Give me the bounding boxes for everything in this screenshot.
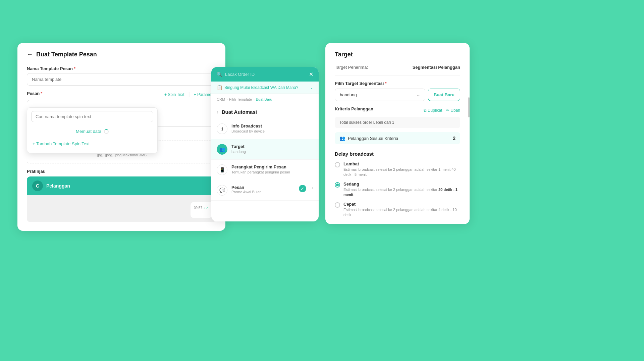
automasi-item-info[interactable]: ℹ Info Broadcast Broadcast by device [211,119,319,139]
search-icon: 🔍 [217,72,222,77]
select-row: bandung ⌄ Buat Baru [335,89,460,101]
breadcrumb: CRM › Pilih Template › Buat Baru [211,94,319,105]
target-icon: 👥 [217,144,227,155]
delay-title: Delay broadcast [335,151,460,157]
pesan-icon: 💬 [217,185,227,196]
kriteria-actions: ⧉ Duplikat ✏ Ubah [424,108,460,113]
panel1-title: Buat Template Pesan [36,51,97,58]
template-pesan-panel: ← Buat Template Pesan Nama Template Pesa… [17,43,225,231]
perangkat-name: Perangkat Pengirim Pesan [231,164,313,169]
pelanggan-result: 👥 Pelanggan Sesuai Kriteria 2 [335,132,460,144]
pesan-item-sub: Promo Awal Bulan [231,190,295,194]
ubah-button[interactable]: ✏ Ubah [446,108,460,113]
kriteria-section: Kriteria Pelanggan ⧉ Duplikat ✏ Ubah Tot… [335,106,460,128]
pilih-target-label: Pilih Target Segmentasi * [335,81,460,86]
chat-header-bar: C Pelanggan [27,176,216,195]
chat-bubble: 09:57 ✓✓ [191,202,212,218]
nama-template-label: Nama Template Pesan * [27,66,216,71]
kriteria-label: Kriteria Pelanggan [335,106,373,111]
radio-lambat-desc: Estimasi broadcast selesai ke 2 pelangga… [343,167,460,177]
pesan-label: Pesan * [27,91,42,96]
chat-avatar: C [32,180,43,191]
panel2-title-row: ‹ Buat Automasi [211,105,319,119]
pratinjau-label: Pratinjau [27,169,216,174]
buat-automasi-panel: 🔍 Lacak Order ID ✕ 📋 Bingung Mulai Broad… [211,67,319,221]
back-header: ← Buat Template Pesan [27,51,216,58]
delay-lambat[interactable]: Lambat Estimasi broadcast selesai ke 2 p… [335,161,460,177]
back-arrow-icon[interactable]: ← [27,51,33,58]
target-select[interactable]: bandung ⌄ [335,89,425,101]
pelanggan-count: 2 [453,136,455,141]
radio-cepat-label: Cepat [343,202,460,207]
radio-sedang-label: Sedang [343,182,460,187]
select-chevron-icon: ⌄ [417,92,420,97]
spin-search-input[interactable] [31,111,153,122]
nama-template-input[interactable] [27,73,216,86]
target-name: Target [231,144,313,149]
banner-text: 📋 Bingung Mulai Broadcast WA Dari Mana? [217,85,298,90]
kriteria-header: Kriteria Pelanggan ⧉ Duplikat ✏ Ubah [335,106,460,114]
banner-chevron-icon: ⌄ [310,85,313,90]
automasi-item-perangkat[interactable]: 📱 Perangkat Pengirim Pesan Tentukan pera… [211,160,319,180]
delay-radio-group: Lambat Estimasi broadcast selesai ke 2 p… [335,161,460,217]
automasi-item-target[interactable]: 👥 Target bandung [211,139,319,160]
chat-body: 09:57 ✓✓ [27,195,216,222]
panel2-title: Buat Automasi [222,109,257,115]
kriteria-box: Total sukses order Lebih dari 1 [335,117,460,128]
nama-template-group: Nama Template Pesan * [27,66,216,86]
chat-time: 09:57 ✓✓ [194,206,209,210]
perangkat-icon: 📱 [217,164,227,175]
edit-icon: ✏ [446,108,449,113]
info-broadcast-sub: Broadcast by device [231,129,313,133]
automasi-item-pesan[interactable]: 💬 Pesan Promo Awal Bulan ✓ › [211,180,319,201]
info-broadcast-name: Info Broadcast [231,123,313,128]
pratinjau-section: Pratinjau C Pelanggan 09:57 ✓✓ [27,169,216,222]
spin-text-button[interactable]: + Spin Text [164,92,184,97]
target-penerima-value: Segmentasi Pelanggan [413,65,460,70]
panel2-banner[interactable]: 📋 Bingung Mulai Broadcast WA Dari Mana? … [211,82,319,94]
pelanggan-icon: 👥 [339,136,345,141]
target-penerima-row: Target Penerima: Segmentasi Pelanggan [335,65,460,75]
image-upload-hint: .jpg, .jpeg, .png Maksimal 3MB [33,153,210,157]
pesan-chevron-icon: › [312,185,313,191]
radio-sedang-circle [335,182,340,188]
search-placeholder: Lacak Order ID [225,72,255,77]
delay-cepat[interactable]: Cepat Estimasi broadcast selesai ke 2 pe… [335,202,460,218]
pesan-done-check: ✓ [299,185,306,192]
duplikat-button[interactable]: ⧉ Duplikat [424,108,442,113]
pilih-target-section: Pilih Target Segmentasi * bandung ⌄ Buat… [335,81,460,101]
target-sub: bandung [231,150,313,154]
panel2-back-icon[interactable]: ‹ [217,109,218,115]
spin-loader-icon [104,129,109,134]
radio-cepat-desc: Estimasi broadcast selesai ke 2 pelangga… [343,207,460,218]
radio-cepat-circle [335,202,340,208]
spin-add-button[interactable]: + Tambah Template Spin Text [27,138,157,150]
target-penerima-label: Target Penerima: [335,65,368,70]
delay-sedang[interactable]: Sedang Estimasi broadcast selesai ke 2 p… [335,182,460,198]
pesan-item-name: Pesan [231,185,295,190]
radio-lambat-label: Lambat [343,161,460,166]
chat-name: Pelanggan [46,183,70,189]
scrollbar[interactable] [468,97,470,117]
close-button[interactable]: ✕ [309,71,313,78]
spin-dropdown: Memuat data + Tambah Template Spin Text [27,107,158,153]
search-bar: 🔍 Lacak Order ID [217,72,309,77]
delay-section: Delay broadcast Lambat Estimasi broadcas… [335,151,460,217]
radio-sedang-desc: Estimasi broadcast selesai ke 2 pelangga… [343,187,460,198]
panel3-title: Target [335,51,460,58]
info-broadcast-icon: ℹ [217,123,227,134]
panel2-top-bar: 🔍 Lacak Order ID ✕ [211,67,319,82]
spin-loading: Memuat data [27,125,157,138]
buat-baru-button[interactable]: Buat Baru [428,89,460,101]
pesan-actions: + Spin Text | + Parameter [164,92,216,98]
target-panel: Target Target Penerima: Segmentasi Pelan… [325,43,470,224]
perangkat-sub: Tentukan perangkat pengirim pesan [231,170,313,174]
chat-preview: C Pelanggan 09:57 ✓✓ [27,176,216,222]
pelanggan-text: Pelanggan Sesuai Kriteria [348,136,450,141]
copy-icon: ⧉ [424,108,427,113]
pesan-header: Pesan * + Spin Text | + Parameter [27,91,216,98]
radio-lambat-circle [335,162,340,167]
